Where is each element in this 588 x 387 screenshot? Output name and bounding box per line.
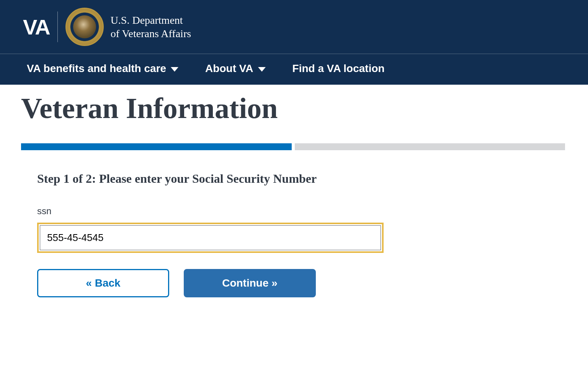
header-divider <box>57 11 58 42</box>
nav-label: Find a VA location <box>292 62 385 75</box>
department-name-line2: of Veterans Affairs <box>111 27 191 40</box>
site-header: VA U.S. Department of Veterans Affairs V… <box>0 0 588 85</box>
nav-item-about[interactable]: About VA <box>205 62 265 75</box>
step-heading: Step 1 of 2: Please enter your Social Se… <box>37 172 404 186</box>
primary-nav: VA benefits and health care About VA Fin… <box>0 54 588 85</box>
chevron-down-icon <box>171 67 178 72</box>
nav-item-find-location[interactable]: Find a VA location <box>292 62 385 75</box>
va-seal-icon <box>65 8 104 46</box>
ssn-input-wrapper <box>37 223 384 253</box>
chevron-down-icon <box>258 67 266 72</box>
department-name-line1: U.S. Department <box>111 13 191 27</box>
ssn-label: ssn <box>37 206 404 216</box>
header-brand-row: VA U.S. Department of Veterans Affairs <box>0 0 588 54</box>
nav-item-benefits[interactable]: VA benefits and health care <box>27 62 178 75</box>
progress-bar <box>21 143 565 150</box>
back-button[interactable]: « Back <box>37 269 169 297</box>
va-logo: VA <box>23 15 50 39</box>
nav-label: About VA <box>205 62 253 75</box>
department-name: U.S. Department of Veterans Affairs <box>111 13 191 40</box>
nav-label: VA benefits and health care <box>27 62 166 75</box>
page-title: Veteran Information <box>21 92 565 125</box>
button-row: « Back Continue » <box>37 269 404 297</box>
continue-button[interactable]: Continue » <box>184 269 316 297</box>
main-content: Veteran Information Step 1 of 2: Please … <box>0 85 588 313</box>
ssn-input[interactable] <box>40 225 381 250</box>
form-area: Step 1 of 2: Please enter your Social Se… <box>21 172 404 297</box>
progress-segment-2 <box>295 143 565 150</box>
progress-segment-1 <box>21 143 292 150</box>
